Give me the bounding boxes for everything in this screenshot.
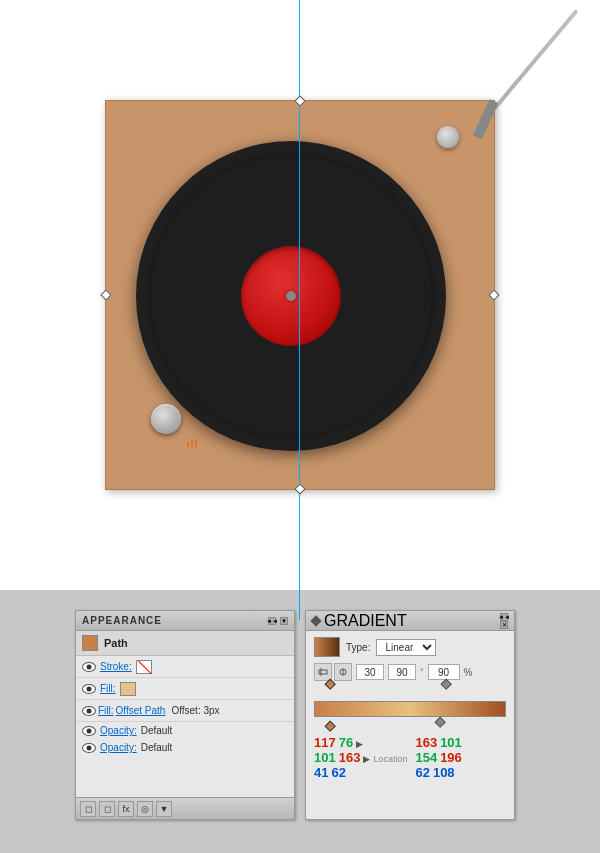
left-blue-row: 41 62: [314, 765, 407, 780]
fill2-visibility-eye[interactable]: [82, 706, 96, 716]
right-b-value: 62: [415, 765, 429, 780]
angle-input-2[interactable]: [388, 664, 416, 680]
toolbar-btn-square[interactable]: ◻: [99, 801, 115, 817]
angle-icons: [314, 663, 352, 681]
handle-bottom-center[interactable]: [294, 483, 305, 494]
angle-icon-2[interactable]: [334, 663, 352, 681]
knob-indicator: [186, 429, 216, 441]
opacity1-label[interactable]: Opacity:: [100, 725, 137, 736]
gradient-type-dropdown-container: Linear Radial: [376, 639, 436, 656]
handle-mid-left[interactable]: [100, 289, 111, 300]
appearance-toolbar: ◻ ◻ fx ◎ ▼: [76, 797, 294, 819]
left-arrow-1[interactable]: ▶: [356, 739, 363, 749]
gradient-title: GRADIENT: [324, 612, 407, 630]
right-r2-value: 196: [440, 750, 462, 765]
fill1-visibility-eye[interactable]: [82, 684, 96, 694]
volume-knob[interactable]: [151, 404, 181, 434]
fill1-label[interactable]: Fill:: [100, 683, 116, 694]
appearance-titlebar: APPEARANCE ◄◄ ▼: [76, 611, 294, 631]
gradient-type-row: Type: Linear Radial: [314, 637, 506, 657]
left-green-row: 101 163 ▶ Location: [314, 750, 407, 765]
gradient-title-left: GRADIENT: [312, 612, 407, 630]
gradient-controls: ◄◄ ✕: [500, 613, 508, 629]
offset-path-label[interactable]: Offset Path: [116, 705, 166, 716]
left-b-value: 41: [314, 765, 328, 780]
gradient-stop-bottom-left[interactable]: [325, 721, 336, 732]
appearance-collapse[interactable]: ◄◄: [268, 617, 276, 625]
canvas-area: [0, 0, 600, 590]
percent-sign: %: [464, 667, 473, 678]
toolbar-btn-duplicate[interactable]: ◎: [137, 801, 153, 817]
opacity2-value: Default: [141, 742, 173, 753]
gradient-close[interactable]: ✕: [500, 621, 508, 629]
gradient-stop-bottom-right[interactable]: [434, 717, 445, 728]
gradient-panel: GRADIENT ◄◄ ✕ Type: Linear Radial: [305, 610, 515, 820]
left-g2-value: 101: [314, 750, 336, 765]
gradient-top-stops: [314, 689, 506, 699]
color-values-grid: 117 76 ▶ 101 163 ▶ Location 41 62: [314, 735, 506, 780]
left-red-row: 117 76 ▶: [314, 735, 407, 750]
opacity-row-2: Opacity: Default: [76, 739, 294, 756]
right-red-row: 163 101: [415, 735, 506, 750]
stroke-label[interactable]: Stroke:: [100, 661, 132, 672]
right-g-value: 101: [440, 735, 462, 750]
opacity1-value: Default: [141, 725, 173, 736]
gradient-bar[interactable]: [314, 701, 506, 717]
location-label: Location: [373, 754, 407, 764]
left-b2-value: 62: [331, 765, 345, 780]
toolbar-btn-add-layer[interactable]: ◻: [80, 801, 96, 817]
right-b2-value: 108: [433, 765, 455, 780]
color-values-left: 117 76 ▶ 101 163 ▶ Location 41 62: [314, 735, 407, 780]
appearance-controls: ◄◄ ▼: [268, 617, 288, 625]
opacity-row-1: Opacity: Default: [76, 722, 294, 739]
fill2-label[interactable]: Fill:: [98, 705, 114, 716]
fill-row-2: Fill: Offset Path Offset: 3px: [76, 700, 294, 722]
toolbar-btn-fx[interactable]: fx: [118, 801, 134, 817]
right-g2-value: 154: [415, 750, 437, 765]
path-color-swatch: [82, 635, 98, 651]
angle-row: ° %: [314, 663, 506, 681]
opacity2-label[interactable]: Opacity:: [100, 742, 137, 753]
toolbar-btn-delete[interactable]: ▼: [156, 801, 172, 817]
right-green-row: 154 196: [415, 750, 506, 765]
offset-value: Offset: 3px: [171, 705, 219, 716]
appearance-title: APPEARANCE: [82, 615, 162, 626]
gradient-bottom-stops: [314, 719, 506, 729]
percent-input[interactable]: [428, 664, 460, 680]
tonearm: [472, 9, 578, 134]
gradient-body: Type: Linear Radial: [306, 631, 514, 786]
angle-input-1[interactable]: [356, 664, 384, 680]
right-r-value: 163: [415, 735, 437, 750]
handle-mid-right[interactable]: [488, 289, 499, 300]
turntable-illustration: [105, 100, 495, 490]
gradient-collapse[interactable]: ◄◄: [500, 613, 508, 621]
fill-row-1: Fill:: [76, 678, 294, 700]
stroke-none-icon: [136, 660, 152, 674]
right-blue-row: 62 108: [415, 765, 506, 780]
gradient-preview-swatch[interactable]: [314, 637, 340, 657]
gradient-titlebar: GRADIENT ◄◄ ✕: [306, 611, 514, 631]
opacity2-eye[interactable]: [82, 743, 96, 753]
appearance-menu[interactable]: ▼: [280, 617, 288, 625]
panels-area: APPEARANCE ◄◄ ▼ Path Stroke: Fill: Fill:: [0, 590, 600, 853]
angle-symbol: °: [420, 667, 424, 677]
gradient-type-label: Type:: [346, 642, 370, 653]
handle-top-center[interactable]: [294, 95, 305, 106]
left-arrow-2[interactable]: ▶: [363, 754, 370, 764]
left-g-value: 76: [339, 735, 353, 750]
record-label: [241, 246, 341, 346]
left-r-value: 117: [314, 735, 336, 750]
gradient-type-select[interactable]: Linear Radial: [376, 639, 436, 656]
opacity1-eye[interactable]: [82, 726, 96, 736]
fill1-swatch[interactable]: [120, 682, 136, 696]
appearance-panel: APPEARANCE ◄◄ ▼ Path Stroke: Fill: Fill:: [75, 610, 295, 820]
record-platter: [136, 141, 446, 451]
color-values-right: 163 101 154 196 62 108: [415, 735, 506, 780]
gradient-bar-container: [314, 689, 506, 729]
stroke-row: Stroke:: [76, 656, 294, 678]
path-header: Path: [76, 631, 294, 656]
gradient-diamond-icon: [310, 615, 321, 626]
left-r2-value: 163: [339, 750, 361, 765]
stroke-visibility-eye[interactable]: [82, 662, 96, 672]
tonearm-pivot: [437, 126, 459, 148]
